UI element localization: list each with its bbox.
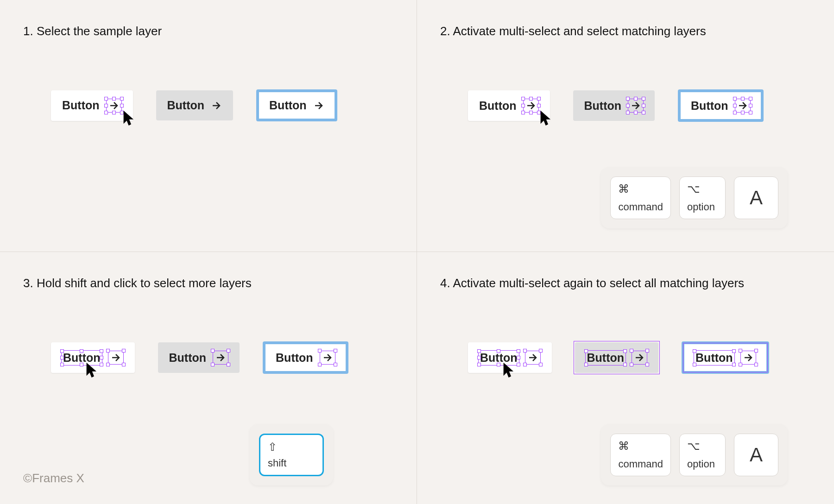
arrow-icon-selected <box>525 351 541 365</box>
key-label: shift <box>268 457 315 469</box>
sample-button-grey[interactable]: Button <box>158 342 240 373</box>
arrow-icon-selected <box>740 351 756 365</box>
key-letter-a[interactable]: A <box>734 176 778 219</box>
sample-button-outline[interactable]: Button <box>263 341 348 374</box>
sample-button-white[interactable]: Button <box>51 90 133 121</box>
sample-button-white[interactable]: Button <box>468 342 552 373</box>
step-2-panel: 2. Activate multi-select and select matc… <box>417 0 834 252</box>
button-label: Button <box>62 99 100 112</box>
sample-button-outline[interactable]: Button <box>678 89 764 122</box>
key-label: option <box>687 201 718 213</box>
button-label-selected: Button <box>586 351 626 365</box>
sample-button-grey[interactable]: Button <box>156 90 234 120</box>
step-3-title: 3. Hold shift and click to select more l… <box>23 276 393 290</box>
key-label: command <box>618 458 663 470</box>
key-command[interactable]: ⌘ command <box>610 434 671 476</box>
button-label: Button <box>276 351 313 365</box>
arrow-icon-selected <box>628 99 644 113</box>
cursor-icon <box>123 110 135 126</box>
option-icon: ⌥ <box>687 183 718 195</box>
arrow-icon <box>211 100 222 111</box>
step-4-buttons: Button Button <box>440 341 811 374</box>
step-4-title: 4. Activate multi-select again to select… <box>440 276 811 290</box>
sample-button-outline[interactable]: Button <box>256 89 337 121</box>
button-label: Button <box>169 351 207 365</box>
command-icon: ⌘ <box>618 440 663 453</box>
button-label: Button <box>479 99 517 113</box>
arrow-icon-selected <box>735 99 751 113</box>
step-4-panel: 4. Activate multi-select again to select… <box>417 252 834 504</box>
key-letter-a[interactable]: A <box>734 434 778 476</box>
sample-button-outline[interactable]: Button <box>682 341 769 374</box>
option-icon: ⌥ <box>687 440 718 453</box>
sample-button-grey[interactable]: Button <box>573 90 655 121</box>
shift-icon: ⇧ <box>268 441 315 454</box>
arrow-icon-selected <box>523 99 539 113</box>
sample-button-grey[interactable]: Button <box>575 342 659 373</box>
step-2-title: 2. Activate multi-select and select matc… <box>440 24 811 38</box>
key-command[interactable]: ⌘ command <box>610 176 671 219</box>
cursor-icon <box>540 110 552 126</box>
button-label: Button <box>269 99 307 112</box>
arrow-icon-selected <box>320 351 335 365</box>
shortcut-tray: ⌘ command ⌥ option A <box>601 424 788 485</box>
watermark: ©Frames X <box>23 471 84 485</box>
button-label-selected: Button <box>695 351 734 365</box>
arrow-icon-selected <box>108 351 124 365</box>
arrow-icon-selected <box>632 351 647 365</box>
key-label: command <box>618 201 663 213</box>
key-option[interactable]: ⌥ option <box>679 176 726 219</box>
step-1-panel: 1. Select the sample layer Button Button… <box>0 0 417 252</box>
sample-button-white[interactable]: Button <box>468 90 550 121</box>
arrow-icon <box>313 100 324 111</box>
key-shift[interactable]: ⇧ shift <box>259 434 324 476</box>
step-3-panel: 3. Hold shift and click to select more l… <box>0 252 417 504</box>
step-2-buttons: Button Button Button <box>440 89 811 122</box>
key-label: A <box>750 187 763 209</box>
command-icon: ⌘ <box>618 183 663 195</box>
step-1-title: 1. Select the sample layer <box>23 24 393 38</box>
key-option[interactable]: ⌥ option <box>679 434 726 476</box>
arrow-icon-selected <box>213 351 228 365</box>
step-3-buttons: Button Button Bu <box>23 341 393 374</box>
arrow-icon-selected <box>106 99 122 113</box>
cursor-icon <box>503 362 515 378</box>
key-label: option <box>687 458 718 470</box>
shortcut-tray: ⌘ command ⌥ option A <box>601 167 788 228</box>
button-label: Button <box>691 99 728 113</box>
button-label: Button <box>584 99 622 113</box>
step-1-buttons: Button Button Button <box>23 89 393 121</box>
sample-button-white[interactable]: Button <box>51 342 135 373</box>
cursor-icon <box>86 362 98 378</box>
button-label: Button <box>167 99 205 112</box>
shortcut-tray: ⇧ shift <box>250 424 333 485</box>
key-label: A <box>750 444 763 466</box>
